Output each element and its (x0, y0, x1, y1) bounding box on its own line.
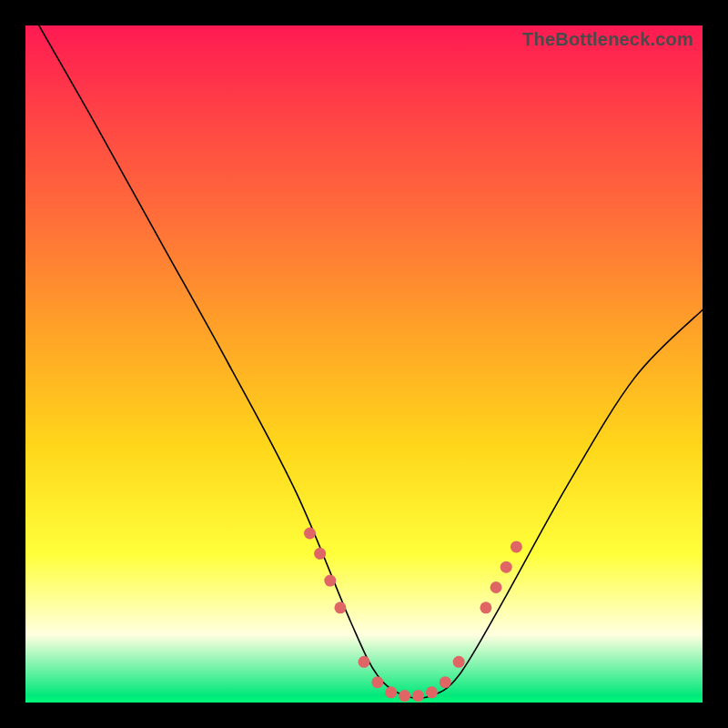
marker-dot (359, 656, 370, 668)
marker-dot (304, 528, 316, 540)
marker-dot (371, 676, 383, 688)
marker-dots (304, 528, 522, 703)
marker-dot (426, 686, 438, 698)
curve-line (39, 25, 703, 698)
line-chart (25, 25, 703, 703)
marker-dot (490, 581, 502, 593)
marker-dot (511, 541, 522, 552)
marker-dot (314, 548, 326, 560)
marker-dot (500, 561, 512, 573)
marker-dot (440, 676, 451, 688)
marker-dot (324, 575, 336, 587)
watermark-text: TheBottleneck.com (522, 29, 693, 50)
marker-dot (412, 690, 424, 702)
chart-area: TheBottleneck.com (25, 25, 703, 703)
marker-dot (399, 690, 410, 702)
marker-dot (480, 602, 491, 613)
marker-dot (334, 602, 346, 613)
marker-dot (453, 656, 465, 668)
marker-dot (385, 686, 397, 698)
